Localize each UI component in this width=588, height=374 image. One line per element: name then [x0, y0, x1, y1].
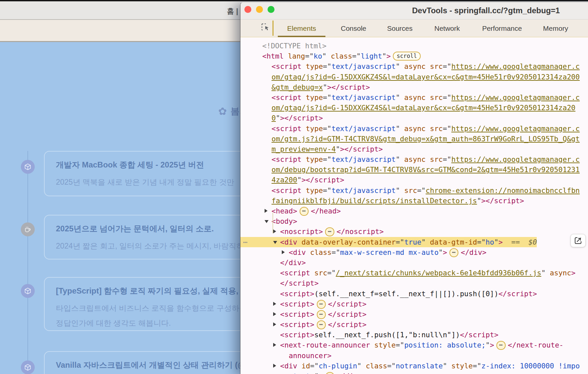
dom-tree-line[interactable]: om/gtag/js?id=G-15DXXGKZ4S&l=dataLayer&c… [240, 72, 588, 82]
dom-tree-line[interactable]: </script> [240, 278, 588, 288]
elements-tree[interactable]: <!DOCTYPE html><html lang="ko" class="li… [240, 37, 588, 374]
collapsed-content-ellipsis[interactable]: ⋯ [300, 207, 309, 216]
dom-tree-line[interactable]: announcer> [240, 351, 588, 361]
collapsed-content-ellipsis[interactable]: ⋯ [317, 310, 326, 319]
dom-tree-line[interactable]: <script>⋯</script> [240, 309, 588, 319]
code-token: " [421, 238, 430, 246]
tab-elements[interactable]: Elements [278, 23, 325, 33]
dom-tree-line[interactable]: <next-route-announcer style="position: a… [240, 340, 588, 350]
dom-tree-line[interactable]: rtant;">⋯</div> [240, 371, 588, 374]
dom-tree-line[interactable]: <script type="text/javascript" async src… [240, 154, 588, 164]
dom-tree-line[interactable]: faingniikblfbji/build/scripts/installDet… [240, 196, 588, 206]
dom-tree-line[interactable]: om/debug/bootstrap?id=GTM-T4CTRV8V&src=G… [240, 164, 588, 175]
dom-tree-line[interactable]: om/gtm.js?id=GTM-T4CTRV8V&gtm_debug=x&gt… [240, 134, 588, 144]
code-token [426, 62, 430, 70]
expand-arrow-icon[interactable] [265, 209, 268, 213]
dom-tree-line[interactable]: 4za200"></script> [240, 175, 588, 185]
code-token: > [498, 238, 503, 246]
indent-guide [273, 213, 273, 233]
selected-dom-node[interactable]: ⋯<div data-overlay-container="true" data… [240, 237, 537, 247]
collapse-arrow-icon[interactable] [273, 241, 277, 244]
code-token: text/javascript [331, 62, 396, 70]
code-token: </div> [461, 248, 486, 257]
dom-tree-line[interactable]: </div> [240, 257, 588, 268]
code-token: text/javascript [331, 93, 396, 102]
code-token: " [477, 197, 481, 205]
code-token: async [404, 62, 426, 70]
devtools-window: DevTools - springfall.cc/?gtm_debug=1 El… [240, 2, 588, 374]
tab-memory[interactable]: Memory [539, 23, 572, 33]
dom-tree-line[interactable]: <script type="text/javascript" async src… [240, 92, 588, 103]
code-token: " [494, 238, 498, 246]
dom-tree-line[interactable]: <script type="text/javascript" src="chro… [240, 185, 588, 196]
minimize-button[interactable] [256, 6, 263, 13]
code-token: ch-plugin [319, 362, 357, 370]
code-token: style [451, 362, 473, 370]
dom-tree-line[interactable]: om/gtag/js?id=G-15DXXGKZ4S&l=dataLayer&c… [240, 103, 588, 113]
expand-arrow-icon[interactable] [282, 250, 285, 254]
code-token: <head> [272, 207, 297, 215]
expand-arrow-icon[interactable] [273, 302, 276, 306]
dom-tree-line[interactable]: 0"></script> [240, 113, 588, 123]
collapsed-content-ellipsis[interactable]: ⋯ [325, 227, 334, 236]
dom-tree-line[interactable]: <div id="ch-plugin" class="notranslate" … [240, 361, 588, 371]
inspect-element-icon[interactable] [261, 23, 270, 32]
screen-top-edge [0, 0, 588, 1]
code-token: type [306, 93, 323, 102]
collapsed-content-ellipsis[interactable]: ⋯ [317, 320, 326, 329]
code-token: <script [272, 62, 306, 70]
tab-sources[interactable]: Sources [383, 23, 416, 33]
dom-tree-line[interactable]: <noscript>⋯</noscript> [240, 226, 588, 237]
code-token [426, 155, 430, 164]
expand-arrow-icon[interactable] [273, 343, 276, 347]
code-token: id [302, 362, 310, 370]
expand-arrow-icon[interactable] [273, 364, 276, 368]
dom-tree-line[interactable]: <html lang="ko" class="light">scroll [240, 51, 588, 61]
collapse-arrow-icon[interactable] [265, 220, 269, 223]
code-token: " [396, 186, 404, 195]
tab-network[interactable]: Network [431, 23, 464, 33]
dom-tree-line[interactable]: <script>⋯</script> [240, 299, 588, 309]
dom-tree-line[interactable]: <script>⋯</script> [240, 319, 588, 330]
collapsed-content-ellipsis[interactable]: ⋯ [325, 372, 334, 374]
code-token: " [323, 83, 327, 91]
scroll-badge[interactable]: scroll [393, 52, 420, 61]
collapsed-content-ellipsis[interactable]: ⋯ [317, 300, 326, 309]
collapsed-content-ellipsis[interactable]: ⋯ [496, 341, 505, 350]
scroll-into-view-button[interactable] [570, 234, 586, 247]
expand-arrow-icon[interactable] [273, 312, 276, 316]
dom-tree-line[interactable]: <head>⋯</head> [240, 206, 588, 216]
expand-arrow-icon[interactable] [273, 322, 276, 326]
code-token: type [306, 186, 323, 195]
code-token: notranslate [396, 362, 443, 370]
code-token: > [319, 372, 323, 374]
code-token: " [396, 93, 404, 102]
code-token: =" [396, 341, 404, 349]
code-token: data-overlay-container [302, 238, 396, 246]
node-options-dots[interactable]: ⋯ [243, 237, 247, 247]
code-token: class [310, 248, 332, 257]
dom-tree-line[interactable]: <script src="/_next/static/chunks/webpac… [240, 268, 588, 278]
code-token: <script [280, 269, 315, 277]
tab-performance[interactable]: Performance [479, 23, 525, 33]
tab-console[interactable]: Console [337, 23, 370, 33]
zoom-button[interactable] [268, 6, 274, 13]
code-token: </div> [280, 258, 306, 267]
code-token: </script> [460, 331, 499, 339]
dom-tree-line[interactable]: &gtm_debug=x"></script> [240, 82, 588, 92]
dom-tree-line[interactable]: <script type="text/javascript" async src… [240, 61, 588, 71]
collapsed-content-ellipsis[interactable]: ⋯ [449, 248, 458, 257]
dom-tree-line[interactable]: <div class="max-w-screen-md mx-auto">⋯</… [240, 247, 588, 257]
dom-tree-line[interactable]: <body> [240, 216, 588, 226]
code-token: class [331, 52, 352, 60]
dom-tree-line[interactable]: <script type="text/javascript" async src… [240, 123, 588, 134]
close-button[interactable] [244, 6, 251, 13]
dom-tree-line[interactable]: <!DOCTYPE html> [240, 41, 588, 51]
dom-tree-line[interactable]: m_preview=env-4"></script> [240, 144, 588, 154]
dom-tree-line[interactable]: <script>(self.__next_f=self.__next_f||[]… [240, 289, 588, 299]
code-token: src [315, 269, 327, 277]
expand-arrow-icon[interactable] [273, 229, 276, 233]
code-token: " [396, 155, 404, 164]
dom-tree-line[interactable]: <script>self.__next_f.push([1,"b:null\n"… [240, 330, 588, 340]
devtools-titlebar[interactable]: DevTools - springfall.cc/?gtm_debug=1 [240, 2, 588, 20]
